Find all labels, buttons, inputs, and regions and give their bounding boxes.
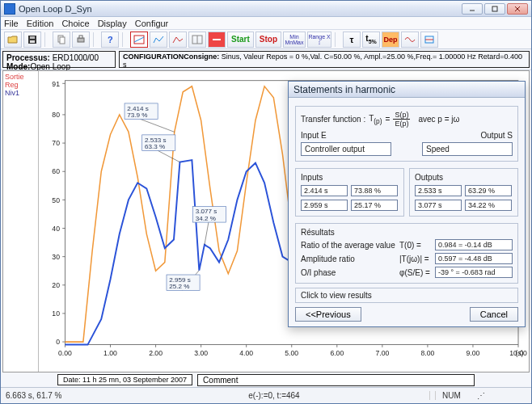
svg-text:2.414 s: 2.414 s — [127, 105, 149, 112]
output-s-label: Output S — [481, 131, 513, 140]
menu-configure[interactable]: Configur — [135, 19, 169, 28]
copy-icon[interactable] — [53, 32, 70, 48]
svg-text:0.00: 0.00 — [58, 349, 72, 357]
input-e-label: Input E — [301, 131, 327, 140]
chart-tool-2[interactable] — [150, 32, 167, 48]
svg-line-67 — [158, 150, 179, 162]
svg-line-63 — [141, 119, 175, 132]
menu-display[interactable]: Display — [98, 19, 127, 28]
tool-t5[interactable]: t5% — [362, 32, 380, 48]
outputs-group: Outputs 2.533 s63.29 % 3.077 s34.22 % — [409, 168, 518, 217]
legend-niv1: Niv1 — [5, 89, 36, 97]
r2-label: Amplitude ratio — [301, 255, 399, 263]
chart-tool-1[interactable] — [130, 32, 148, 48]
dialog-title: Statements in harmonic — [289, 82, 525, 98]
svg-text:25.2 %: 25.2 % — [169, 283, 189, 290]
in1-val[interactable]: 73.88 % — [351, 185, 398, 196]
tool-range[interactable]: Range X↕ — [307, 32, 331, 48]
menu-edition[interactable]: Edition — [27, 19, 54, 28]
print-icon[interactable] — [72, 32, 90, 48]
svg-text:10: 10 — [52, 309, 60, 318]
inputs-label: Inputs — [301, 173, 399, 182]
cancel-button[interactable]: Cancel — [470, 307, 518, 322]
processus-box: Processus: ERD1000/00 Mode: Open Loop — [2, 51, 116, 68]
svg-text:?: ? — [108, 35, 113, 44]
tool-wave[interactable] — [401, 32, 419, 48]
svg-rect-8 — [60, 37, 65, 44]
chart-tool-3[interactable] — [169, 32, 187, 48]
out1-time[interactable]: 2.533 s — [415, 185, 462, 196]
tool-minmax[interactable]: MinMnMax — [283, 32, 306, 48]
statusbar: 6.663 s, 61.7 % e(-):=0, t:=464 NUM⋰ — [1, 387, 531, 403]
maximize-button[interactable] — [484, 3, 505, 15]
svg-rect-6 — [30, 36, 35, 39]
comment-box[interactable]: Comment — [197, 374, 475, 386]
svg-line-71 — [205, 222, 209, 245]
minimize-button[interactable] — [462, 3, 483, 15]
processus-label: Processus: — [6, 53, 50, 62]
in2-val[interactable]: 25.17 % — [351, 200, 398, 211]
svg-text:34.2 %: 34.2 % — [196, 215, 216, 222]
status-num: NUM — [435, 391, 461, 400]
svg-text:40: 40 — [52, 225, 60, 233]
results-group: Résultats Ratio of the average valueT(0)… — [295, 223, 518, 284]
output-s-field[interactable]: Speed — [422, 142, 513, 156]
menu-file[interactable]: File — [4, 19, 19, 28]
save-icon[interactable] — [23, 32, 41, 48]
r1-label: Ratio of the average value — [301, 241, 399, 250]
outputs-label: Outputs — [415, 173, 513, 182]
tf-fraction: S(p)E(p) — [393, 111, 410, 128]
chart-tool-4[interactable] — [188, 32, 206, 48]
svg-text:2.959 s: 2.959 s — [169, 276, 191, 284]
plot-area[interactable]: 01020304050607080910.001.002.003.004.005… — [39, 71, 529, 372]
out2-val[interactable]: 34.22 % — [465, 200, 512, 211]
in1-time[interactable]: 2.414 s — [301, 185, 348, 196]
start-button[interactable]: Start — [227, 32, 254, 48]
date-box: Date: 11 h 25 mn, 03 September 2007 — [57, 374, 192, 385]
open-icon[interactable] — [4, 32, 22, 48]
window-title: Open Loop D_Syn — [19, 4, 460, 14]
svg-text:20: 20 — [52, 281, 60, 289]
stop-button[interactable]: Stop — [255, 32, 281, 48]
legend-sortie-reg: Sortie Reg — [5, 73, 36, 89]
svg-rect-1 — [492, 6, 497, 11]
r1-value: 0.984 = -0.14 dB — [435, 239, 513, 250]
transfer-function-group: Transfer function : T(p) = S(p)E(p) avec… — [295, 106, 518, 162]
r3-label: O/I phase — [301, 268, 399, 277]
tf-label: Transfer function : — [301, 115, 365, 124]
r2-value: 0.597 = -4.48 dB — [435, 253, 513, 264]
input-e-field[interactable]: Controller output — [301, 142, 391, 156]
titlebar: Open Loop D_Syn — [1, 1, 531, 17]
tool-dep[interactable]: Dep — [382, 32, 399, 48]
svg-text:2.533 s: 2.533 s — [145, 137, 167, 144]
app-icon — [4, 3, 15, 15]
tool-cfg[interactable] — [420, 32, 438, 48]
config-box: CONFIGURATIONConsigne: Sinus, Valeur Rep… — [119, 51, 530, 68]
out2-time[interactable]: 3.077 s — [415, 200, 462, 211]
help-icon[interactable]: ? — [101, 32, 119, 48]
bottom-row: Date: 11 h 25 mn, 03 September 2007 Comm… — [1, 372, 531, 387]
status-left: 6.663 s, 61.7 % — [6, 391, 119, 400]
svg-rect-9 — [78, 38, 84, 42]
toolbar: ? Start Stop MinMnMax Range X↕ τ t5% Dep — [1, 30, 531, 49]
tf-avec: avec p = jω — [418, 115, 459, 124]
tool-tau[interactable]: τ — [343, 32, 361, 48]
side-panel: Sortie Reg Niv1 — [3, 71, 39, 372]
svg-line-13 — [134, 37, 144, 42]
previous-button[interactable]: <<Previous — [295, 307, 361, 322]
menu-choice[interactable]: Choice — [61, 19, 89, 28]
svg-text:6.00: 6.00 — [330, 349, 344, 357]
svg-rect-10 — [79, 36, 82, 38]
svg-text:7.00: 7.00 — [375, 349, 389, 357]
info-row: Processus: ERD1000/00 Mode: Open Loop CO… — [1, 49, 531, 70]
menubar: File Edition Choice Display Configur — [1, 17, 531, 30]
resize-grip[interactable]: ⋰ — [477, 391, 485, 400]
in2-time[interactable]: 2.959 s — [301, 200, 348, 211]
processus-value: ERD1000/00 — [53, 53, 99, 62]
close-button[interactable] — [507, 3, 528, 15]
click-results[interactable]: Click to view results — [295, 288, 518, 303]
chart-tool-5[interactable] — [208, 32, 226, 48]
main-area: Sortie Reg Niv1 01020304050607080910.001… — [2, 70, 530, 372]
out1-val[interactable]: 63.29 % — [465, 185, 512, 196]
svg-text:0: 0 — [56, 338, 60, 346]
